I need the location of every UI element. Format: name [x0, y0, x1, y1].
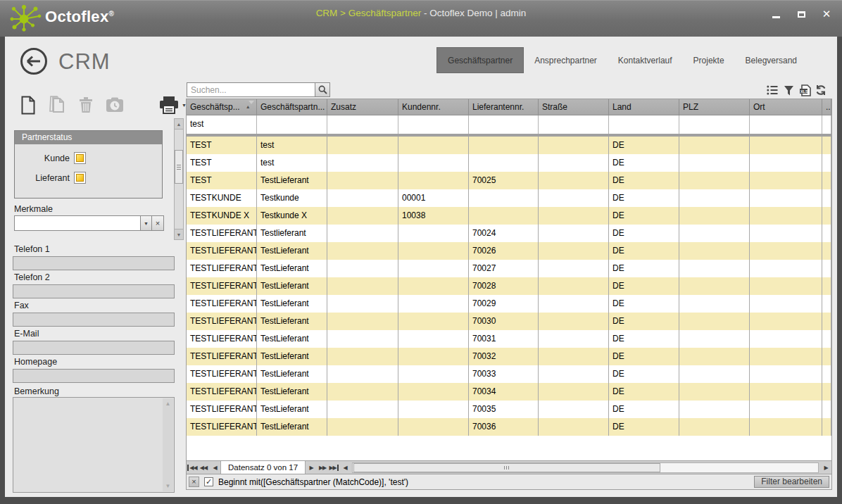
- table-row[interactable]: TESTKUNDE XTestkunde X10038DE: [187, 207, 831, 225]
- scroll-down-icon[interactable]: ▼: [163, 481, 173, 491]
- print-button[interactable]: [159, 95, 179, 115]
- column-filter-icon[interactable]: [249, 101, 254, 104]
- hscroll-right-button[interactable]: ▶: [820, 461, 831, 474]
- filter-cell-6[interactable]: [609, 115, 679, 134]
- column-chooser-button[interactable]: [766, 84, 779, 96]
- filter-cell-7[interactable]: [679, 115, 750, 134]
- table-row[interactable]: TESTLIEFERANTTestlieferant70024DE: [187, 225, 831, 242]
- nav-next-button[interactable]: ▶: [306, 461, 317, 474]
- filter-cell-5[interactable]: [539, 115, 609, 134]
- scroll-down-icon[interactable]: ▼: [175, 229, 183, 239]
- filter-cell-0[interactable]: test: [187, 115, 257, 134]
- table-cell: [539, 295, 609, 313]
- bemerkung-scrollbar[interactable]: ▲ ▼: [163, 398, 173, 491]
- merkmale-dropdown-icon[interactable]: ▼: [140, 215, 152, 231]
- horizontal-scrollbar-thumb[interactable]: [353, 463, 660, 472]
- back-button[interactable]: [20, 48, 47, 75]
- history-button[interactable]: [105, 95, 125, 115]
- table-row[interactable]: TESTLIEFERANTTestLieferant70029DE: [187, 295, 831, 313]
- tab-kontaktverlauf[interactable]: Kontaktverlauf: [608, 47, 683, 73]
- table-row[interactable]: TESTLIEFERANTTestLieferant70028DE: [187, 277, 831, 295]
- table-row[interactable]: TESTLIEFERANTTestLieferant70032DE: [187, 348, 831, 365]
- filter-close-icon[interactable]: ×: [189, 477, 199, 487]
- column-header-3[interactable]: Kundennr.: [398, 99, 469, 115]
- export-xls-button[interactable]: XLS: [798, 84, 811, 96]
- table-row[interactable]: TESTLIEFERANTTestLieferant70031DE: [187, 330, 831, 348]
- column-header-8[interactable]: Ort: [750, 99, 822, 115]
- sidebar-scrollbar-thumb[interactable]: [175, 150, 183, 184]
- fax-field[interactable]: [13, 313, 175, 327]
- filter-cell-8[interactable]: [750, 115, 822, 134]
- table-row[interactable]: TESTLIEFERANTTestLieferant70033DE: [187, 365, 831, 383]
- column-header-0[interactable]: Geschäftsp...▲: [187, 99, 257, 115]
- column-header-1[interactable]: Geschäftspartn...: [257, 99, 327, 115]
- edit-filter-button[interactable]: Filter bearbeiten: [754, 476, 829, 488]
- column-header-9[interactable]: ...: [822, 99, 831, 115]
- merkmale-input[interactable]: [14, 215, 140, 231]
- filter-cell-3[interactable]: [398, 115, 469, 134]
- nav-first-button[interactable]: ◀◀: [187, 461, 198, 474]
- filter-cell-1[interactable]: [257, 115, 327, 134]
- filter-enabled-checkbox[interactable]: ✓: [204, 477, 213, 486]
- column-header-2[interactable]: Zusatz: [327, 99, 398, 115]
- copy-record-button[interactable]: [47, 95, 67, 115]
- table-cell: [327, 225, 398, 242]
- merkmale-combobox: ▼ ×: [14, 215, 164, 231]
- email-field[interactable]: [13, 341, 175, 355]
- column-header-label: Lieferantennr.: [472, 102, 524, 112]
- tab-projekte[interactable]: Projekte: [683, 47, 735, 73]
- filter-button[interactable]: [782, 84, 795, 96]
- column-header-5[interactable]: Straße: [539, 99, 609, 115]
- table-row[interactable]: TESTtestDE: [187, 154, 831, 172]
- filter-cell-9[interactable]: [822, 115, 831, 134]
- column-header-4[interactable]: Lieferantennr.: [469, 99, 539, 115]
- hscroll-left-button[interactable]: ◀: [339, 461, 351, 474]
- nav-last-button[interactable]: ▶▶: [328, 461, 339, 474]
- telefon2-field[interactable]: [13, 284, 175, 298]
- sidebar-scrollbar[interactable]: ▲ ▼: [174, 118, 184, 240]
- nav-prev-button[interactable]: ◀: [209, 461, 220, 474]
- delete-record-button[interactable]: [76, 95, 96, 115]
- table-row[interactable]: TESTTestLieferant70025DE: [187, 172, 831, 189]
- scroll-up-icon[interactable]: ▲: [175, 119, 183, 130]
- table-cell: [750, 154, 822, 172]
- tab-geschaeftspartner[interactable]: Geschäftspartner: [436, 47, 524, 73]
- grid-empty-space: [187, 436, 831, 460]
- table-row[interactable]: TESTLIEFERANTTestLieferant70027DE: [187, 260, 831, 277]
- minimize-button[interactable]: [770, 8, 781, 20]
- table-row[interactable]: TESTLIEFERANTTestLieferant70026DE: [187, 242, 831, 260]
- filter-cell-2[interactable]: [327, 115, 398, 134]
- search-input[interactable]: [187, 82, 315, 97]
- table-row[interactable]: TESTLIEFERANTTestLieferant70034DE: [187, 383, 831, 401]
- new-record-button[interactable]: [18, 95, 38, 115]
- table-cell: 70035: [469, 401, 539, 418]
- table-row[interactable]: TESTLIEFERANTTestLieferant70036DE: [187, 418, 831, 436]
- maximize-button[interactable]: [796, 8, 807, 20]
- column-header-7[interactable]: PLZ: [679, 99, 750, 115]
- table-row[interactable]: TESTLIEFERANTTestLieferant70030DE: [187, 313, 831, 330]
- filter-cell-4[interactable]: [469, 115, 539, 134]
- kunde-checkbox[interactable]: [74, 152, 86, 164]
- tab-belegversand[interactable]: Belegversand: [735, 47, 808, 73]
- table-cell: [679, 207, 750, 225]
- table-row[interactable]: TESTtestDE: [187, 137, 831, 154]
- table-cell: Testkunde X: [257, 207, 327, 225]
- merkmale-clear-icon[interactable]: ×: [152, 215, 164, 231]
- telefon1-field[interactable]: [13, 256, 175, 270]
- record-counter: Datensatz 0 von 17: [220, 461, 306, 474]
- homepage-field[interactable]: [13, 369, 175, 383]
- scroll-up-icon[interactable]: ▲: [163, 398, 173, 409]
- close-button[interactable]: ✕: [821, 8, 832, 20]
- table-row[interactable]: TESTLIEFERANTTestLieferant70035DE: [187, 401, 831, 418]
- lieferant-checkbox[interactable]: [74, 172, 86, 184]
- nav-prev-page-button[interactable]: ◀◀: [198, 461, 209, 474]
- search-button[interactable]: [315, 82, 330, 97]
- table-cell: TEST: [187, 172, 257, 189]
- horizontal-scrollbar[interactable]: [352, 462, 819, 473]
- refresh-button[interactable]: [815, 84, 827, 96]
- tab-ansprechpartner[interactable]: Ansprechpartner: [524, 47, 608, 73]
- bemerkung-textarea[interactable]: ▲ ▼: [13, 397, 175, 493]
- nav-next-page-button[interactable]: ▶▶: [317, 461, 328, 474]
- column-header-6[interactable]: Land: [609, 99, 679, 115]
- table-row[interactable]: TESTKUNDETestkunde00001DE: [187, 189, 831, 207]
